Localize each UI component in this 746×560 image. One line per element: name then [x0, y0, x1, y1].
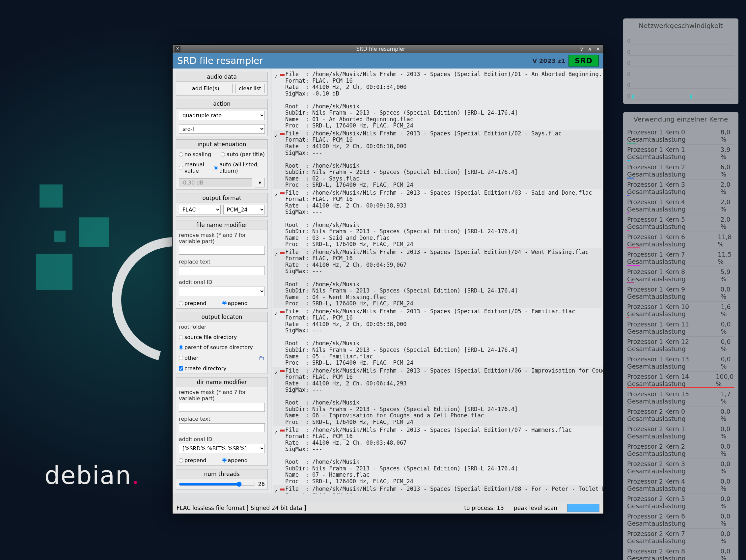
radio-no-scaling[interactable]	[179, 152, 183, 157]
check-icon: ✓	[274, 488, 278, 494]
window-system-icon[interactable]: X	[175, 46, 180, 52]
threads-slider[interactable]	[179, 482, 256, 487]
radio-auto-album[interactable]	[214, 166, 218, 170]
threads-value: 26	[258, 481, 265, 487]
panel-heading: file name modifier	[176, 220, 267, 230]
manual-db-input	[179, 178, 252, 187]
core-usage-row: Prozessor 1 Kern 5 Gesamtauslastung2,0 %	[627, 214, 735, 231]
window-minimize-button[interactable]: ∨	[578, 46, 585, 52]
core-label: Prozessor 1 Kern 0 Gesamtauslastung	[627, 129, 720, 143]
dir-remove-mask-input[interactable]	[179, 403, 265, 412]
core-label: Prozessor 2 Kern 5 Gesamtauslastung	[627, 495, 720, 510]
log-entry[interactable]: ✓File : /home/sk/Musik/Nils Frahm - 2013…	[273, 189, 602, 248]
core-label: Prozessor 1 Kern 10 Gesamtauslastung	[627, 303, 721, 317]
core-usage-row: Prozessor 2 Kern 1 Gesamtauslastung0,0 %	[627, 424, 735, 441]
core-percent: 2,0 %	[720, 198, 735, 213]
core-usage-row: Prozessor 1 Kern 1 Gesamtauslastung3,9 %	[627, 144, 735, 162]
core-label: Prozessor 1 Kern 11 Gesamtauslastung	[627, 320, 721, 335]
log-entry[interactable]: ✓File : /home/sk/Musik/Nils Frahm - 2013…	[273, 130, 602, 189]
add-files-button[interactable]: add File(s)	[179, 84, 232, 93]
core-label: Prozessor 2 Kern 7 Gesamtauslastung	[627, 530, 720, 544]
core-percent: 11,5 %	[718, 251, 735, 265]
encoding-select[interactable]: PCM_24	[223, 205, 265, 215]
file-replace-text-input[interactable]	[179, 266, 265, 275]
progress-marker	[280, 133, 285, 135]
log-entry[interactable]: ✓File : /home/sk/Musik/Nils Frahm - 2013…	[273, 367, 602, 426]
debian-brand-text: debian.	[45, 461, 140, 489]
window-maximize-button[interactable]: ∧	[586, 46, 593, 52]
core-usage-row: Prozessor 1 Kern 2 Gesamtauslastung6,0 %	[627, 162, 735, 179]
log-entry[interactable]: ✓File : /home/sk/Musik/Nils Frahm - 2013…	[273, 248, 602, 308]
dir-replace-text-input[interactable]	[179, 423, 265, 432]
core-usage-row: Prozessor 1 Kern 14 Gesamtauslastung100,…	[627, 371, 735, 389]
core-usage-row: Prozessor 1 Kern 15 Gesamtauslastung1,7 …	[627, 389, 735, 406]
core-percent: 0,0 %	[720, 425, 735, 440]
core-percent: 2,0 %	[720, 216, 735, 230]
core-label: Prozessor 2 Kern 3 Gesamtauslastung	[627, 460, 720, 475]
settings-sidebar[interactable]: audio data add File(s) clear list action…	[173, 68, 271, 494]
radio-auto-title[interactable]	[221, 152, 225, 157]
log-entry[interactable]: ✓File : /home/sk/Musik/Nils Frahm - 2013…	[273, 485, 602, 494]
core-label: Prozessor 2 Kern 2 Gesamtauslastung	[627, 443, 720, 457]
log-text: File : /home/sk/Musik/Nils Frahm - 2013 …	[285, 427, 602, 485]
log-text: File : /home/sk/Musik/Nils Frahm - 2013 …	[285, 486, 602, 494]
radio-other-dir[interactable]	[179, 356, 183, 360]
log-text: File : /home/sk/Musik/Nils Frahm - 2013 …	[285, 71, 602, 129]
radio-dir-append[interactable]	[222, 458, 227, 463]
container-select[interactable]: FLAC	[179, 205, 221, 215]
panel-heading: process	[176, 493, 267, 494]
dir-additional-id-select[interactable]: [%SRD% %BIT%-%SR%]	[179, 444, 265, 453]
core-label: Prozessor 1 Kern 15 Gesamtauslastung	[627, 390, 721, 405]
log-text: File : /home/sk/Musik/Nils Frahm - 2013 …	[285, 368, 602, 426]
core-percent: 3,9 %	[720, 146, 735, 161]
core-usage-row: Prozessor 1 Kern 4 Gesamtauslastung2,0 %	[627, 197, 735, 214]
radio-parent-dir[interactable]	[179, 345, 183, 349]
file-additional-id-select[interactable]	[179, 287, 265, 296]
panel-heading: num threads	[176, 469, 267, 479]
algo-select[interactable]: srd-l	[179, 124, 265, 134]
core-usage-row: Prozessor 2 Kern 7 Gesamtauslastung0,0 %	[627, 528, 735, 546]
widget-heading: Verwendung einzelner Kerne	[627, 115, 735, 123]
db-stepper[interactable]: ▾	[255, 178, 265, 188]
panel-process: process start stop	[176, 493, 268, 494]
progress-marker	[280, 488, 285, 491]
file-remove-mask-input[interactable]	[179, 246, 265, 255]
core-usage-row: Prozessor 1 Kern 8 Gesamtauslastung5,9 %	[627, 267, 735, 284]
radio-file-prepend[interactable]	[179, 301, 183, 305]
app-logo: SRD	[569, 55, 599, 66]
core-usage-row: Prozessor 2 Kern 8 Gesamtauslastung0,0 %	[627, 546, 735, 560]
core-percent: 100,0 %	[716, 373, 735, 387]
clear-list-button[interactable]: clear list	[235, 84, 265, 93]
radio-dir-prepend[interactable]	[179, 458, 183, 463]
rate-select[interactable]: quadruple rate	[179, 111, 265, 120]
app-window: X SRD file resampler ∨ ∧ × SRD file resa…	[172, 45, 604, 514]
progress-marker	[280, 370, 285, 372]
core-usage-row: Prozessor 1 Kern 9 Gesamtauslastung0,0 %	[627, 284, 735, 301]
window-close-button[interactable]: ×	[595, 46, 601, 52]
core-label: Prozessor 1 Kern 7 Gesamtauslastung	[627, 251, 718, 265]
core-label: Prozessor 1 Kern 9 Gesamtauslastung	[627, 286, 720, 300]
folder-picker-icon[interactable]: 🗀	[259, 355, 265, 361]
network-graph: 000000	[627, 34, 735, 100]
log-entry[interactable]: ✓File : /home/sk/Musik/Nils Frahm - 2013…	[273, 308, 602, 367]
radio-file-append[interactable]	[222, 301, 227, 305]
check-icon: ✓	[274, 370, 278, 376]
check-create-directory[interactable]	[179, 366, 183, 371]
status-to-process: to process: 13	[464, 505, 504, 511]
log-entry[interactable]: ✓File : /home/sk/Musik/Nils Frahm - 2013…	[273, 71, 602, 130]
radio-manual-value[interactable]	[179, 166, 183, 170]
core-label: Prozessor 1 Kern 14 Gesamtauslastung	[627, 373, 716, 387]
core-label: Prozessor 1 Kern 13 Gesamtauslastung	[627, 356, 721, 370]
window-titlebar[interactable]: X SRD file resampler ∨ ∧ ×	[173, 45, 603, 53]
status-progress-bar	[567, 504, 599, 512]
radio-source-dir[interactable]	[179, 335, 183, 339]
processing-log[interactable]: ✓File : /home/sk/Musik/Nils Frahm - 2013…	[271, 68, 603, 494]
net-graph-row: 0	[627, 66, 735, 77]
core-percent: 0,0 %	[720, 443, 735, 457]
core-label: Prozessor 1 Kern 4 Gesamtauslastung	[627, 198, 720, 213]
log-text: File : /home/sk/Musik/Nils Frahm - 2013 …	[285, 190, 602, 248]
core-usage-row: Prozessor 1 Kern 10 Gesamtauslastung1,6 …	[627, 301, 735, 319]
progress-marker	[280, 192, 285, 194]
core-label: Prozessor 1 Kern 1 Gesamtauslastung	[627, 146, 720, 161]
log-entry[interactable]: ✓File : /home/sk/Musik/Nils Frahm - 2013…	[273, 426, 602, 485]
